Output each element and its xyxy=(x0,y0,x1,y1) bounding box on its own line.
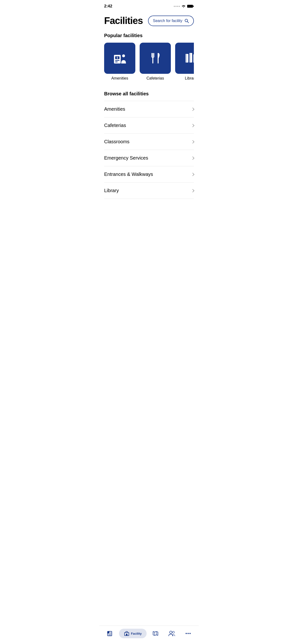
svg-rect-7 xyxy=(115,60,119,61)
cafeterias-icon xyxy=(146,50,164,67)
svg-text:$: $ xyxy=(117,56,118,59)
library-icon xyxy=(182,50,194,67)
svg-line-3 xyxy=(187,22,189,23)
svg-rect-11 xyxy=(152,53,152,57)
svg-rect-8 xyxy=(115,62,117,62)
library-label: Library xyxy=(185,76,194,80)
popular-section: Popular facilities $ xyxy=(104,33,194,82)
main-content: Facilities Search for facility Popular f… xyxy=(99,10,199,199)
svg-rect-0 xyxy=(187,5,193,8)
popular-item-library[interactable]: Library xyxy=(175,43,194,80)
svg-rect-17 xyxy=(190,53,190,62)
cafeterias-label: Cafeterias xyxy=(146,76,164,80)
chevron-right-icon xyxy=(191,107,194,111)
search-button-text: Search for facility xyxy=(153,19,182,23)
browse-section: Browse all facilities Amenities Cafeteri… xyxy=(104,91,194,199)
browse-item-entrances-walkways[interactable]: Entrances & Walkways xyxy=(104,166,194,182)
chevron-right-icon xyxy=(191,189,194,192)
svg-rect-10 xyxy=(152,53,153,64)
header: Facilities Search for facility xyxy=(104,15,194,26)
search-icon xyxy=(184,18,189,23)
svg-rect-15 xyxy=(186,54,186,62)
browse-item-label-entrances-walkways: Entrances & Walkways xyxy=(104,172,153,177)
browse-item-label-amenities: Amenities xyxy=(104,106,125,112)
svg-point-9 xyxy=(122,54,125,57)
browse-item-label-library: Library xyxy=(104,188,119,193)
svg-rect-19 xyxy=(193,54,194,62)
browse-item-cafeterias[interactable]: Cafeterias xyxy=(104,118,194,134)
browse-item-emergency-services[interactable]: Emergency Services xyxy=(104,150,194,166)
browse-item-library[interactable]: Library xyxy=(104,182,194,199)
search-button[interactable]: Search for facility xyxy=(148,16,194,26)
chevron-right-icon xyxy=(191,124,194,127)
status-icons xyxy=(174,4,194,8)
popular-item-amenities[interactable]: $ Amenities xyxy=(104,43,135,80)
svg-rect-12 xyxy=(154,53,154,57)
popular-grid: $ Amenities xyxy=(104,43,194,82)
browse-item-label-cafeterias: Cafeterias xyxy=(104,123,126,128)
chevron-right-icon xyxy=(191,140,194,143)
page-title: Facilities xyxy=(104,15,143,26)
signal-icon xyxy=(174,6,180,7)
amenities-card: $ xyxy=(104,43,135,74)
svg-rect-1 xyxy=(193,6,194,7)
amenities-label: Amenities xyxy=(111,76,128,80)
browse-item-label-emergency-services: Emergency Services xyxy=(104,155,148,161)
library-card xyxy=(175,43,194,74)
browse-list: Amenities Cafeterias Classrooms Emergenc… xyxy=(104,101,194,199)
popular-section-title: Popular facilities xyxy=(104,33,194,38)
chevron-right-icon xyxy=(191,172,194,176)
browse-item-amenities[interactable]: Amenities xyxy=(104,101,194,118)
battery-icon xyxy=(187,4,194,8)
browse-section-title: Browse all facilities xyxy=(104,91,194,96)
svg-rect-13 xyxy=(158,53,159,64)
status-time: 2:42 xyxy=(104,4,112,8)
cafeterias-card xyxy=(140,43,171,74)
status-bar: 2:42 xyxy=(99,0,199,10)
browse-item-label-classrooms: Classrooms xyxy=(104,139,129,144)
browse-item-classrooms[interactable]: Classrooms xyxy=(104,134,194,150)
chevron-right-icon xyxy=(191,156,194,160)
popular-item-cafeterias[interactable]: Cafeterias xyxy=(140,43,171,80)
amenities-icon: $ xyxy=(111,50,128,67)
wifi-icon xyxy=(181,4,186,8)
